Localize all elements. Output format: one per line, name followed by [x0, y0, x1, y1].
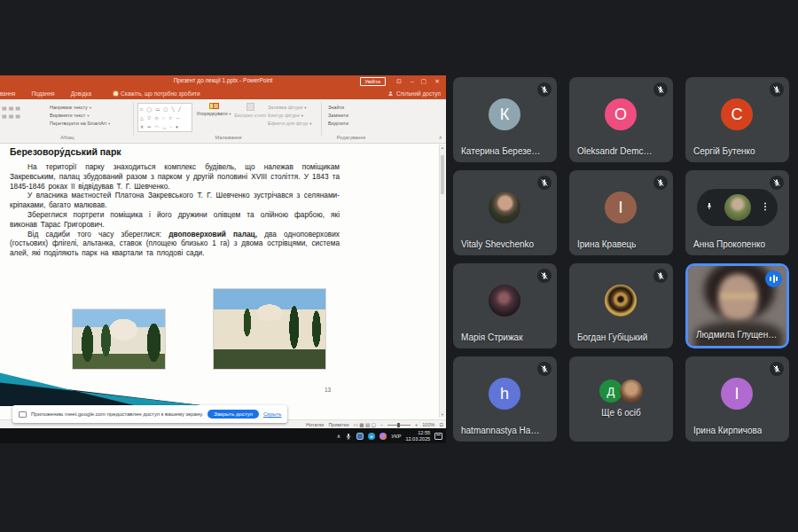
clock[interactable]: 12:5512.03.2025	[405, 430, 430, 442]
mic-muted-icon	[537, 176, 552, 190]
paragraph-tool-button[interactable]: Вирівняти текст▾	[50, 112, 110, 120]
zoom-out-icon[interactable]: −	[380, 422, 383, 427]
share-button[interactable]: Спільний доступ	[387, 88, 441, 99]
paragraph-buttons: Напрямок тексту▾Вирівняти текст▾Перетвор…	[50, 104, 110, 128]
slide-canvas: Березовору́дський парк На території парк…	[0, 144, 446, 419]
participant-tile[interactable]: Богдан Губіцький	[569, 263, 673, 348]
participant-tile[interactable]: Людмила Глущен…	[685, 263, 789, 348]
participant-tile[interactable]: ІІрина Кирпичова	[685, 356, 789, 442]
telegram-icon[interactable]: ▸	[368, 433, 375, 440]
scroll-down-icon[interactable]: ▼	[440, 412, 445, 417]
mic-muted-icon	[537, 362, 552, 376]
canvas-scrollbar[interactable]: ▲ ▼	[439, 145, 445, 418]
zoom-level[interactable]: 100%	[422, 422, 434, 427]
slide-decoration-wedge	[0, 371, 208, 406]
avatar: h	[489, 378, 520, 410]
pin-icon[interactable]	[704, 200, 715, 215]
tab-review[interactable]: Рецензування	[0, 90, 23, 97]
action-center-icon[interactable]	[434, 433, 442, 440]
close-button[interactable]: ✕	[434, 77, 440, 86]
windows-taskbar: ∧ ▸ УКР 12:5512.03.2025	[0, 428, 446, 443]
tab-help[interactable]: Довідка	[63, 90, 99, 97]
participant-tile[interactable]: Анна Прокопенко	[685, 170, 789, 255]
shape-format-button[interactable]: Заливка фігури▾	[268, 104, 312, 112]
shapes-gallery[interactable]: □ ◯ ▭ ▢ ╲ ╱△ ▽ ◇ ○ ☆ ─✕ ═ ◠ ◡ ◦ ▾	[137, 103, 192, 132]
shape-glyph-row[interactable]: □ ◯ ▭ ▢ ╲ ╱	[140, 105, 190, 113]
pp-titlebar: Презент до лекції 1.pptx - PowerPoint Ув…	[0, 75, 446, 88]
participant-name: hatmannastya Ha…	[461, 426, 539, 435]
slide-paragraph: Від садиби того часу збереглися: двопове…	[10, 230, 340, 258]
participant-tile[interactable]: hhatmannastya Ha…	[453, 356, 557, 442]
chevron-down-icon: ▾	[304, 104, 306, 112]
shape-format-button[interactable]: Ефекти для фігур▾	[268, 120, 312, 128]
avatar: І	[721, 378, 753, 410]
arrange-button[interactable]: Упорядкувати ▾	[195, 103, 232, 117]
collapse-ribbon-icon[interactable]: ∧	[439, 134, 442, 140]
editing-tool-button[interactable]: Знайти	[328, 104, 348, 112]
editing-tool-button[interactable]: Виділити	[328, 120, 348, 128]
participant-name: Людмила Глущен…	[696, 330, 777, 340]
notes-button[interactable]: Нотатки	[306, 422, 324, 427]
meet-window: Презент до лекції 1.pptx - PowerPoint Ув…	[0, 0, 798, 532]
tab-view[interactable]: Подання	[23, 90, 62, 97]
lightbulb-icon	[113, 91, 118, 96]
paragraph-tool-button[interactable]: Напрямок тексту▾	[50, 104, 110, 112]
slide-page-number: 13	[325, 387, 331, 393]
shape-glyph-row[interactable]: △ ▽ ◇ ○ ☆ ─	[140, 113, 190, 122]
ribbon-tabs: Рецензування Подання Довідка	[0, 88, 99, 99]
mic-muted-icon	[537, 82, 552, 97]
editing-tool-button[interactable]: Замінити	[328, 112, 348, 120]
mic-muted-icon	[653, 269, 668, 283]
participant-name: Ще 6 осіб	[569, 408, 673, 418]
tray-expand-icon[interactable]: ∧	[337, 433, 340, 439]
sign-in-button[interactable]: Увійти	[360, 77, 386, 86]
participant-name: Катерина Березе…	[461, 146, 540, 156]
stop-sharing-button[interactable]: Закрыть доступ	[207, 410, 259, 419]
scrollbar-thumb[interactable]	[441, 155, 444, 194]
avatar	[620, 379, 643, 403]
zoom-slider[interactable]	[387, 425, 411, 426]
hide-banner-link[interactable]: Скрыть	[263, 411, 281, 417]
restore-button[interactable]: ▢	[420, 77, 426, 86]
participant-tile[interactable]: Vitaly Shevchenko	[453, 170, 557, 255]
language-indicator[interactable]: УКР	[391, 434, 401, 439]
comments-button[interactable]: Примітки	[328, 422, 348, 427]
quick-styles-icon	[246, 103, 254, 111]
mic-tray-icon[interactable]	[345, 433, 352, 440]
participant-tile[interactable]: ККатерина Березе…	[453, 77, 557, 162]
slide-paragraph: У власника маєтностей Платона Закревсько…	[10, 191, 340, 210]
avatar	[489, 285, 520, 317]
participant-tile[interactable]: ІІрина Кравець	[569, 170, 673, 255]
minimize-button[interactable]: –	[411, 77, 414, 86]
paragraph-tool-button[interactable]: Перетворити на SmartArt▾	[50, 120, 110, 128]
participant-tile[interactable]: Марія Стрижак	[453, 263, 557, 348]
participant-name: Ірина Кирпичова	[693, 426, 762, 435]
group-label-drawing: Малювання	[137, 135, 319, 140]
tray-app-icon[interactable]	[356, 433, 364, 440]
avatar	[724, 194, 751, 221]
zoom-in-icon[interactable]: +	[415, 422, 418, 427]
more-options-icon[interactable]	[760, 200, 771, 215]
quick-styles-button[interactable]: Експрес-стилі	[234, 103, 266, 119]
browser-icon[interactable]	[379, 433, 387, 440]
system-tray: ∧ ▸ УКР 12:5512.03.2025	[337, 428, 442, 443]
screenshare-banner: Приложению meet.google.com предоставлен …	[12, 405, 287, 423]
paragraph-icons[interactable]: ▤▤▤ ▤▤▤	[2, 105, 48, 121]
shape-glyph-row[interactable]: ✕ ═ ◠ ◡ ◦ ▾	[140, 122, 190, 131]
participant-tile[interactable]: ДЩе 6 осіб	[569, 356, 673, 442]
screen-share-region[interactable]: Презент до лекції 1.pptx - PowerPoint Ув…	[0, 75, 446, 443]
shape-format-button[interactable]: Контур фігури▾	[268, 112, 312, 120]
ribbon-display-options-icon[interactable]: ⊡	[396, 77, 402, 86]
chevron-down-icon: ▾	[301, 112, 303, 120]
fit-slide-icon[interactable]: ⊡	[439, 422, 443, 427]
view-buttons[interactable]: ▭ ▦ ▤ ▢	[354, 422, 376, 427]
chevron-down-icon: ▾	[108, 120, 110, 128]
participant-tile[interactable]: ССергій Бутенко	[685, 77, 789, 162]
participant-tile[interactable]: OOleksandr Demc…	[569, 77, 673, 162]
group-label-paragraph: Абзац	[25, 135, 110, 140]
mic-muted-icon	[770, 82, 784, 97]
slide-body: На території парку знаходиться комплекс …	[10, 162, 340, 258]
tell-me-box[interactable]: Скажіть, що потрібно зробити	[113, 88, 200, 99]
scroll-up-icon[interactable]: ▲	[440, 145, 445, 150]
palace-photo-right	[213, 288, 326, 370]
